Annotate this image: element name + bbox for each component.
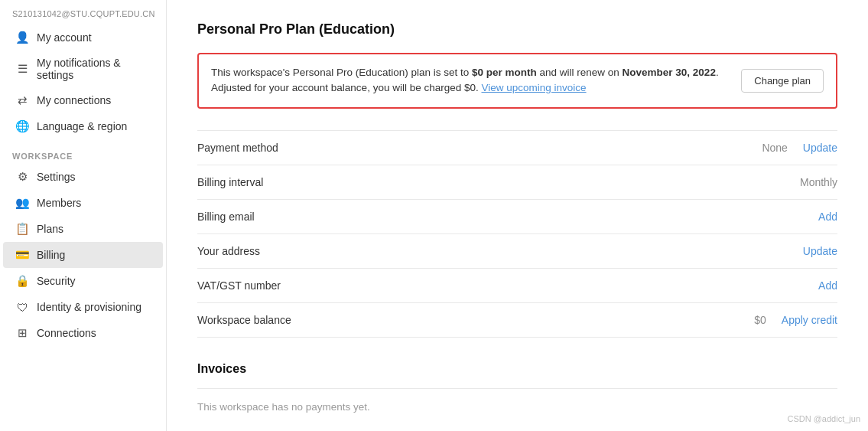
connections-icon: ⇄ [15,93,29,107]
add-billing-email-button[interactable]: Add [818,211,837,223]
alert-bold-price: $0 per month [472,67,537,78]
sidebar-item-connections-personal[interactable]: ⇄ My connections [3,87,163,113]
address-right: Update [803,245,837,257]
user-email: S210131042@STU.CQUPT.EDU.CN [0,0,166,24]
payment-method-label: Payment method [197,142,278,154]
billing-interval-value: Monthly [800,176,837,188]
sidebar-item-label: My connections [37,94,111,106]
billing-row-address: Your address Update [197,234,837,269]
person-icon: 👤 [15,31,29,44]
vat-right: Add [818,279,837,292]
sidebar-item-label: Billing [37,249,65,261]
sidebar-item-identity-provisioning[interactable]: 🛡 Identity & provisioning [3,294,163,320]
identity-icon: 🛡 [15,300,29,314]
sidebar-item-language[interactable]: 🌐 Language & region [3,113,163,139]
sidebar-item-connections-workspace[interactable]: ⊞ Connections [3,320,163,346]
billing-row-payment-method: Payment method None Update [197,130,837,165]
workspace-balance-value: $0 [754,314,766,326]
change-plan-button[interactable]: Change plan [741,69,824,93]
alert-text-mid: and will renew on [537,67,623,78]
sidebar-item-billing[interactable]: 💳 Billing [3,242,163,268]
payment-method-right: None Update [762,142,837,154]
billing-row-workspace-balance: Workspace balance $0 Apply credit [197,303,837,338]
sidebar-item-label: Identity & provisioning [37,301,141,313]
address-label: Your address [197,245,260,257]
main-content: Personal Pro Plan (Education) This works… [167,0,868,431]
alert-bold-date: November 30, 2022 [623,67,716,78]
billing-email-right: Add [818,211,837,223]
notifications-icon: ☰ [15,62,29,76]
update-payment-button[interactable]: Update [803,142,837,154]
workspace-balance-label: Workspace balance [197,314,291,326]
sidebar-item-settings[interactable]: ⚙ Settings [3,164,163,190]
sidebar-item-label: My account [37,31,92,44]
alert-text: This workspace's Personal Pro (Education… [211,65,729,96]
sidebar-item-notifications[interactable]: ☰ My notifications & settings [3,51,163,87]
sidebar-item-label: Security [37,275,76,287]
view-upcoming-invoice-link[interactable]: View upcoming invoice [481,82,586,93]
sidebar-item-plans[interactable]: 📋 Plans [3,216,163,242]
security-icon: 🔒 [15,274,29,288]
sidebar-item-label: Settings [37,171,76,183]
billing-row-billing-email: Billing email Add [197,200,837,234]
no-payments-message: This workspace has no payments yet. [197,388,837,425]
settings-icon: ⚙ [15,170,29,184]
workspace-section-label: WORKSPACE [0,139,166,164]
apply-credit-button[interactable]: Apply credit [782,314,837,326]
plans-icon: 📋 [15,222,29,236]
sidebar-item-label: Language & region [37,120,127,132]
sidebar-item-label: Members [37,197,81,209]
billing-email-label: Billing email [197,211,255,223]
invoices-section: Invoices This workspace has no payments … [197,362,837,425]
sidebar-item-members[interactable]: 👥 Members [3,190,163,216]
billing-interval-label: Billing interval [197,176,263,188]
grid-icon: ⊞ [15,326,29,340]
alert-text-start: This workspace's Personal Pro (Education… [211,67,472,78]
billing-interval-right: Monthly [800,176,837,188]
watermark: CSDN @addict_jun [787,414,860,423]
update-address-button[interactable]: Update [803,245,837,257]
billing-rows: Payment method None Update Billing inter… [197,130,837,338]
sidebar-item-my-account[interactable]: 👤 My account [3,24,163,51]
invoices-title: Invoices [197,362,837,376]
add-vat-button[interactable]: Add [818,279,837,292]
sidebar-item-label: My notifications & settings [37,57,151,81]
billing-icon: 💳 [15,248,29,262]
billing-row-vat: VAT/GST number Add [197,269,837,303]
sidebar-item-security[interactable]: 🔒 Security [3,268,163,294]
payment-method-value: None [762,142,787,154]
sidebar-item-label: Plans [37,223,63,235]
sidebar-item-label: Connections [37,327,96,339]
vat-label: VAT/GST number [197,279,281,292]
sidebar: S210131042@STU.CQUPT.EDU.CN 👤 My account… [0,0,167,431]
plan-alert-box: This workspace's Personal Pro (Education… [197,53,837,109]
members-icon: 👥 [15,196,29,210]
billing-row-billing-interval: Billing interval Monthly [197,165,837,200]
workspace-balance-right: $0 Apply credit [754,314,837,326]
globe-icon: 🌐 [15,119,29,133]
page-title: Personal Pro Plan (Education) [197,21,837,38]
